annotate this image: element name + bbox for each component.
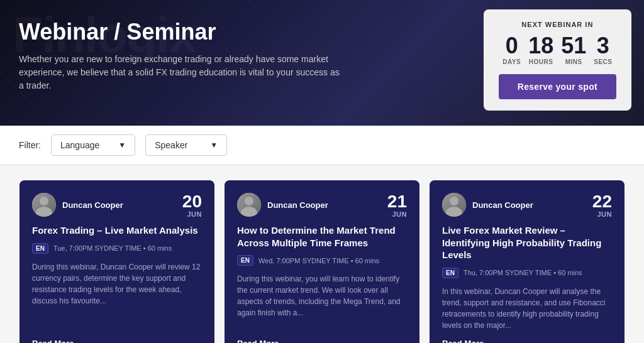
card-description: In this webinar, Duncan Cooper will anal… [442, 286, 612, 331]
countdown-mins: 51 MINS [561, 35, 586, 65]
countdown-widget: NEXT WEBINAR IN 0 DAYS 18 HOURS 51 MINS … [484, 9, 631, 111]
card-title: Live Forex Market Review – Identifying H… [442, 224, 612, 261]
filter-label: Filter: [19, 140, 41, 150]
countdown-label: NEXT WEBINAR IN [499, 21, 616, 28]
card-time: Wed, 7:00PM SYDNEY TIME • 60 mins [258, 257, 379, 264]
read-more-link[interactable]: Read More [32, 339, 202, 344]
filter-bar: Filter: Language ▼ Speaker ▼ [0, 126, 644, 165]
card-author: Duncan Cooper [442, 193, 533, 217]
card-meta: EN Wed, 7:00PM SYDNEY TIME • 60 mins [237, 255, 407, 266]
secs-label: SECS [594, 58, 612, 65]
card-day: 20 [182, 193, 202, 210]
card-meta: EN Thu, 7:00PM SYDNEY TIME • 60 mins [442, 268, 612, 278]
card-day: 22 [592, 193, 612, 210]
secs-value: 3 [597, 35, 609, 57]
avatar [237, 193, 261, 217]
card-header: Duncan Cooper 20 JUN [32, 193, 202, 218]
hero-section: Finlogix Webinar / Seminar Whether you a… [0, 0, 644, 126]
card-date: 20 JUN [182, 193, 202, 218]
card-header: Duncan Cooper 22 JUN [442, 193, 612, 218]
author-name: Duncan Cooper [472, 200, 533, 210]
card-author: Duncan Cooper [32, 193, 123, 217]
card-title: How to Determine the Market Trend Across… [237, 224, 407, 249]
author-name: Duncan Cooper [62, 200, 123, 210]
webinar-card: Duncan Cooper 20 JUN Forex Trading – Liv… [19, 180, 214, 343]
read-more-link[interactable]: Read More [237, 339, 407, 344]
card-day: 21 [387, 193, 407, 210]
speaker-chevron-icon: ▼ [210, 141, 218, 150]
hero-content: Webinar / Seminar Whether you are new to… [19, 19, 396, 92]
countdown-days: 0 DAYS [502, 35, 521, 65]
mins-label: MINS [565, 58, 582, 65]
card-meta: EN Tue, 7:00PM SYDNEY TIME • 60 mins [32, 243, 202, 254]
speaker-dropdown[interactable]: Speaker ▼ [145, 134, 227, 156]
webinar-card: Duncan Cooper 21 JUN How to Determine th… [225, 180, 419, 343]
card-description: During this webinar, you will learn how … [237, 273, 407, 331]
language-dropdown[interactable]: Language ▼ [51, 134, 135, 156]
days-label: DAYS [502, 58, 521, 65]
page-title: Webinar / Seminar [19, 19, 396, 45]
hours-value: 18 [528, 35, 553, 57]
card-header: Duncan Cooper 21 JUN [237, 193, 407, 218]
language-badge: EN [32, 243, 48, 254]
language-badge: EN [237, 255, 253, 266]
card-title: Forex Trading – Live Market Analysis [32, 224, 202, 237]
countdown-hours: 18 HOURS [528, 35, 553, 65]
avatar [32, 193, 56, 217]
language-badge: EN [442, 268, 458, 278]
card-date: 22 JUN [592, 193, 612, 218]
reserve-spot-button[interactable]: Reserve your spot [499, 74, 616, 99]
card-time: Thu, 7:00PM SYDNEY TIME • 60 mins [464, 269, 582, 276]
card-month: JUN [387, 210, 407, 218]
language-chevron-icon: ▼ [118, 141, 126, 150]
card-date: 21 JUN [387, 193, 407, 218]
card-month: JUN [592, 210, 612, 218]
author-name: Duncan Cooper [267, 200, 328, 210]
hours-label: HOURS [529, 58, 553, 65]
speaker-option-label: Speaker [155, 140, 187, 150]
cards-section: Duncan Cooper 20 JUN Forex Trading – Liv… [0, 165, 644, 343]
countdown-secs: 3 SECS [594, 35, 612, 65]
avatar [442, 193, 466, 217]
mins-value: 51 [561, 35, 586, 57]
card-time: Tue, 7:00PM SYDNEY TIME • 60 mins [53, 244, 172, 252]
days-value: 0 [506, 35, 518, 57]
card-author: Duncan Cooper [237, 193, 328, 217]
card-month: JUN [182, 210, 202, 218]
card-description: During this webinar, Duncan Cooper will … [32, 261, 202, 331]
language-option-label: Language [60, 140, 99, 150]
countdown-numbers: 0 DAYS 18 HOURS 51 MINS 3 SECS [499, 35, 616, 65]
read-more-link[interactable]: Read More [442, 339, 612, 344]
webinar-card: Duncan Cooper 22 JUN Live Forex Market R… [430, 180, 625, 343]
hero-description: Whether you are new to foreign exchange … [19, 53, 346, 92]
